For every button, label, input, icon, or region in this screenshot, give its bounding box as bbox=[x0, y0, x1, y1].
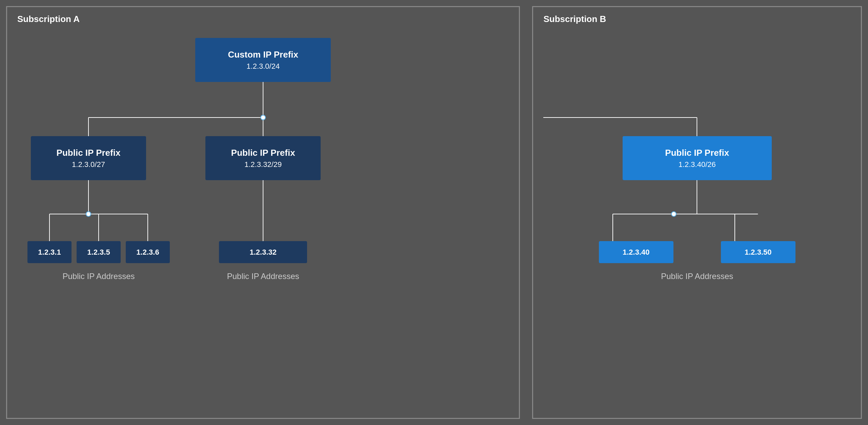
diagram-area-a: Custom IP Prefix 1.2.3.0/24 Public IP Pr… bbox=[17, 31, 509, 405]
subscription-a-panel: Subscription A Custom IP Prefix 1.2.3.0/… bbox=[6, 6, 520, 419]
prefix-center-subtitle: 1.2.3.32/29 bbox=[244, 160, 282, 169]
diagram-b-lines bbox=[543, 31, 851, 405]
prefix-center-title: Public IP Prefix bbox=[231, 147, 295, 159]
ip-left-3-box: 1.2.3.6 bbox=[126, 241, 170, 263]
subscription-b-panel: Subscription B Public IP Prefix 1.2.3.40… bbox=[532, 6, 862, 419]
ip-left-2-box: 1.2.3.5 bbox=[77, 241, 121, 263]
custom-ip-prefix-subtitle: 1.2.3.0/24 bbox=[246, 62, 280, 71]
ip-left-1-box: 1.2.3.1 bbox=[27, 241, 72, 263]
ip-center: 1.2.3.32 bbox=[249, 248, 277, 257]
prefix-center-box: Public IP Prefix 1.2.3.32/29 bbox=[205, 136, 321, 180]
prefix-right-box: Public IP Prefix 1.2.3.40/26 bbox=[623, 136, 772, 180]
ip-left-1: 1.2.3.1 bbox=[38, 248, 61, 257]
prefix-right-title: Public IP Prefix bbox=[665, 147, 729, 159]
ip-center-box: 1.2.3.32 bbox=[219, 241, 307, 263]
ip-right-2: 1.2.3.50 bbox=[745, 248, 772, 257]
prefix-left-box: Public IP Prefix 1.2.3.0/27 bbox=[31, 136, 146, 180]
caption-left: Public IP Addresses bbox=[27, 272, 170, 281]
diagram-area-b: Public IP Prefix 1.2.3.40/26 1.2.3.40 1.… bbox=[543, 31, 851, 405]
prefix-right-subtitle: 1.2.3.40/26 bbox=[679, 160, 716, 169]
caption-center: Public IP Addresses bbox=[202, 272, 324, 281]
subscription-b-label: Subscription B bbox=[543, 14, 851, 24]
custom-ip-prefix-title: Custom IP Prefix bbox=[228, 49, 298, 61]
diagram-a-lines bbox=[17, 31, 509, 405]
prefix-left-title: Public IP Prefix bbox=[57, 147, 121, 159]
subscription-a-label: Subscription A bbox=[17, 14, 509, 24]
ip-right-2-box: 1.2.3.50 bbox=[721, 241, 795, 263]
ip-right-1-box: 1.2.3.40 bbox=[599, 241, 673, 263]
svg-point-10 bbox=[86, 212, 91, 216]
ip-right-1: 1.2.3.40 bbox=[623, 248, 650, 257]
prefix-left-subtitle: 1.2.3.0/27 bbox=[72, 160, 105, 169]
ip-left-2: 1.2.3.5 bbox=[87, 248, 110, 257]
svg-point-4 bbox=[261, 115, 265, 120]
svg-point-19 bbox=[671, 212, 676, 216]
ip-left-3: 1.2.3.6 bbox=[136, 248, 159, 257]
custom-ip-prefix-box: Custom IP Prefix 1.2.3.0/24 bbox=[195, 38, 331, 82]
caption-right: Public IP Addresses bbox=[633, 272, 762, 281]
